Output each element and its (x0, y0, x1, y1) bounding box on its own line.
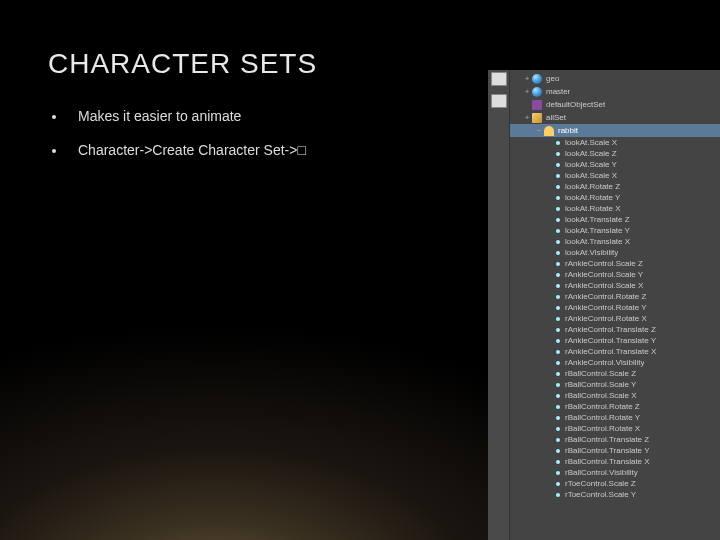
attr-row[interactable]: rToeControl.Scale Z (510, 478, 720, 489)
attr-label: lookAt.Visibility (565, 248, 618, 257)
attr-row[interactable]: rBallControl.Rotate Z (510, 401, 720, 412)
attr-dot-icon (556, 493, 560, 497)
twisty-icon[interactable]: + (522, 114, 532, 122)
attr-dot-icon (556, 449, 560, 453)
attr-label: rAnkleControl.Translate Y (565, 336, 656, 345)
tree-node[interactable]: defaultObjectSet (510, 98, 720, 111)
layer-icon (532, 100, 542, 110)
attr-row[interactable]: rBallControl.Scale Y (510, 379, 720, 390)
attr-row[interactable]: rAnkleControl.Rotate Y (510, 302, 720, 313)
attr-row[interactable]: rBallControl.Rotate Y (510, 412, 720, 423)
attr-row[interactable]: rBallControl.Translate Z (510, 434, 720, 445)
attr-row[interactable]: lookAt.Visibility (510, 247, 720, 258)
attr-row[interactable]: lookAt.Scale X (510, 170, 720, 181)
attr-row[interactable]: rAnkleControl.Rotate X (510, 313, 720, 324)
attr-label: lookAt.Translate X (565, 237, 630, 246)
twisty-icon[interactable]: + (522, 75, 532, 83)
attr-dot-icon (556, 163, 560, 167)
attr-row[interactable]: lookAt.Scale X (510, 137, 720, 148)
attr-row[interactable]: rAnkleControl.Translate Y (510, 335, 720, 346)
gutter-button[interactable] (491, 94, 507, 108)
bullet-dot-icon (52, 115, 56, 119)
attr-dot-icon (556, 427, 560, 431)
outliner-panel: + geo + master defaultObjectSet + allSet… (488, 70, 720, 540)
attr-row[interactable]: lookAt.Rotate X (510, 203, 720, 214)
attr-label: lookAt.Scale Z (565, 149, 617, 158)
attr-dot-icon (556, 251, 560, 255)
attr-label: lookAt.Scale Y (565, 160, 617, 169)
bullet-text: Makes it easier to animate (78, 108, 241, 124)
attr-dot-icon (556, 185, 560, 189)
tree-node[interactable]: + geo (510, 72, 720, 85)
attr-row[interactable]: rAnkleControl.Translate X (510, 346, 720, 357)
attr-label: rAnkleControl.Translate Z (565, 325, 656, 334)
attr-row[interactable]: lookAt.Rotate Z (510, 181, 720, 192)
attr-row[interactable]: rAnkleControl.Scale Z (510, 258, 720, 269)
attr-row[interactable]: lookAt.Scale Z (510, 148, 720, 159)
attr-row[interactable]: rBallControl.Visibility (510, 467, 720, 478)
set-icon (532, 113, 542, 123)
attr-label: rBallControl.Scale X (565, 391, 637, 400)
attr-dot-icon (556, 339, 560, 343)
attr-row[interactable]: rBallControl.Scale X (510, 390, 720, 401)
attr-dot-icon (556, 306, 560, 310)
attr-dot-icon (556, 372, 560, 376)
attr-dot-icon (556, 328, 560, 332)
attr-label: rAnkleControl.Scale X (565, 281, 643, 290)
attr-label: rToeControl.Scale Y (565, 490, 636, 499)
attr-dot-icon (556, 383, 560, 387)
node-label: defaultObjectSet (546, 100, 605, 109)
attr-dot-icon (556, 317, 560, 321)
attr-row[interactable]: rAnkleControl.Scale Y (510, 269, 720, 280)
tree-node-selected[interactable]: − rabbit (510, 124, 720, 137)
twisty-icon[interactable]: + (522, 88, 532, 96)
attr-label: lookAt.Rotate X (565, 204, 621, 213)
attr-dot-icon (556, 350, 560, 354)
attr-dot-icon (556, 438, 560, 442)
attr-label: rAnkleControl.Rotate Z (565, 292, 646, 301)
attr-row[interactable]: lookAt.Translate X (510, 236, 720, 247)
attr-row[interactable]: lookAt.Scale Y (510, 159, 720, 170)
attr-label: rBallControl.Rotate Z (565, 402, 640, 411)
attr-label: rToeControl.Scale Z (565, 479, 636, 488)
globe-icon (532, 74, 542, 84)
node-label: geo (546, 74, 559, 83)
attr-row[interactable]: rToeControl.Scale Y (510, 489, 720, 500)
attr-label: lookAt.Rotate Z (565, 182, 620, 191)
attr-label: lookAt.Scale X (565, 171, 617, 180)
attr-dot-icon (556, 152, 560, 156)
attr-row[interactable]: rBallControl.Scale Z (510, 368, 720, 379)
attr-row[interactable]: rBallControl.Translate Y (510, 445, 720, 456)
attr-label: lookAt.Translate Z (565, 215, 630, 224)
attr-row[interactable]: lookAt.Translate Y (510, 225, 720, 236)
attr-label: rAnkleControl.Scale Z (565, 259, 643, 268)
attr-dot-icon (556, 141, 560, 145)
attr-label: rAnkleControl.Translate X (565, 347, 656, 356)
attr-row[interactable]: rAnkleControl.Visibility (510, 357, 720, 368)
attr-row[interactable]: rBallControl.Rotate X (510, 423, 720, 434)
attr-row[interactable]: lookAt.Rotate Y (510, 192, 720, 203)
twisty-icon[interactable]: − (534, 127, 544, 135)
attr-dot-icon (556, 262, 560, 266)
tree-node[interactable]: + master (510, 85, 720, 98)
attr-row[interactable]: rBallControl.Translate X (510, 456, 720, 467)
attr-dot-icon (556, 416, 560, 420)
attr-dot-icon (556, 295, 560, 299)
attr-label: rBallControl.Translate Z (565, 435, 649, 444)
attr-label: rBallControl.Translate Y (565, 446, 649, 455)
attr-list: lookAt.Scale XlookAt.Scale ZlookAt.Scale… (510, 137, 720, 500)
node-label: allSet (546, 113, 566, 122)
gutter-button[interactable] (491, 72, 507, 86)
attr-row[interactable]: rAnkleControl.Rotate Z (510, 291, 720, 302)
bullet-dot-icon (52, 149, 56, 153)
attr-dot-icon (556, 361, 560, 365)
attr-label: rAnkleControl.Visibility (565, 358, 644, 367)
attr-label: rBallControl.Visibility (565, 468, 638, 477)
outliner-tree[interactable]: + geo + master defaultObjectSet + allSet… (510, 70, 720, 540)
attr-row[interactable]: rAnkleControl.Scale X (510, 280, 720, 291)
attr-row[interactable]: lookAt.Translate Z (510, 214, 720, 225)
attr-dot-icon (556, 218, 560, 222)
attr-row[interactable]: rAnkleControl.Translate Z (510, 324, 720, 335)
tree-node[interactable]: + allSet (510, 111, 720, 124)
attr-label: rAnkleControl.Scale Y (565, 270, 643, 279)
